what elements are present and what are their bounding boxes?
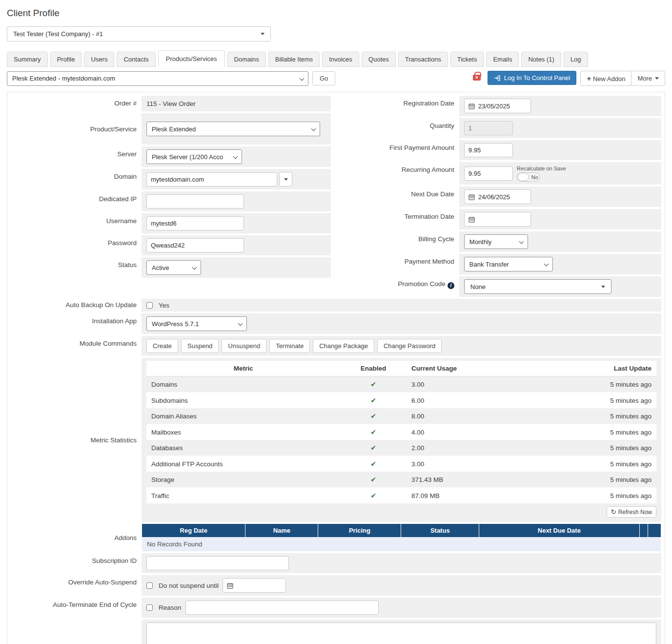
metric-usage: 3.00 xyxy=(407,456,513,472)
auto-terminate-checkbox[interactable] xyxy=(146,604,153,611)
tab-products-services[interactable]: Products/Services xyxy=(158,50,225,67)
addons-label: Addons xyxy=(11,534,142,541)
metric-row: Additional FTP Accounts✔3.005 minutes ag… xyxy=(146,456,656,472)
addons-empty-row: No Records Found xyxy=(142,537,661,551)
chevron-down-icon xyxy=(311,126,316,131)
first-payment-input[interactable] xyxy=(464,143,513,157)
metric-usage: 8.00 xyxy=(407,408,513,424)
metric-row: Databases✔2.005 minutes ago xyxy=(146,440,656,456)
metric-row: Storage✔371.43 MB5 minutes ago xyxy=(146,472,656,488)
installation-app-select[interactable]: WordPress 5.7.1 xyxy=(146,316,247,331)
metric-usage: 371.43 MB xyxy=(407,472,513,488)
metric-row: Subdomains✔6.005 minutes ago xyxy=(146,393,656,409)
promotion-code-label: Promotion Code xyxy=(398,280,446,288)
tab-users[interactable]: Users xyxy=(84,52,114,67)
tab-invoices[interactable]: Invoices xyxy=(322,52,359,67)
check-icon: ✔ xyxy=(370,428,376,436)
module-command-suspend-button[interactable]: Suspend xyxy=(181,339,219,353)
tab-log[interactable]: Log xyxy=(564,52,588,67)
quantity-row: Quantity xyxy=(333,118,661,138)
product-selector[interactable]: Plesk Extended - mytestdomain.com xyxy=(7,71,308,86)
addons-row: Addons Reg DateNamePricingStatusNext Due… xyxy=(11,524,661,551)
addons-column-header-blank xyxy=(648,524,661,537)
tab-transactions[interactable]: Transactions xyxy=(398,52,448,67)
payment-method-row: Payment Method Bank Transfer xyxy=(333,254,661,274)
password-input[interactable] xyxy=(146,238,244,252)
admin-notes-textarea[interactable] xyxy=(146,623,656,644)
tab-contacts[interactable]: Contacts xyxy=(117,52,155,67)
product-service-select[interactable]: Plesk Extended xyxy=(146,122,320,136)
module-command-create-button[interactable]: Create xyxy=(146,339,178,353)
suspend-until-date-input[interactable] xyxy=(223,578,286,593)
status-select[interactable]: Active xyxy=(146,260,201,275)
metric-name: Mailboxes xyxy=(146,424,340,440)
dedicated-ip-label: Dedicated IP xyxy=(11,191,142,211)
override-auto-suspend-checkbox[interactable] xyxy=(146,582,153,589)
subscription-id-input[interactable] xyxy=(146,556,289,570)
metric-last-update: 5 minutes ago xyxy=(513,376,656,393)
calendar-icon xyxy=(468,216,475,223)
chevron-down-icon xyxy=(544,262,549,267)
auto-backup-label: Auto Backup On Update xyxy=(11,299,142,312)
module-command-unsuspend-button[interactable]: Unsuspend xyxy=(222,339,266,353)
check-icon: ✔ xyxy=(370,412,376,420)
module-command-change-password-button[interactable]: Change Password xyxy=(377,339,442,353)
tab-billable-items[interactable]: Billable Items xyxy=(268,52,320,67)
module-command-change-package-button[interactable]: Change Package xyxy=(313,339,374,353)
recurring-amount-input[interactable] xyxy=(464,166,513,181)
login-control-panel-button[interactable]: Log In To Control Panel xyxy=(488,71,577,85)
termination-date-label: Termination Date xyxy=(333,209,459,229)
check-icon: ✔ xyxy=(370,396,376,404)
toggle-knob xyxy=(517,173,529,181)
recalculate-toggle[interactable]: No xyxy=(517,172,540,182)
auto-backup-checkbox[interactable] xyxy=(146,302,153,309)
tab-notes-1[interactable]: Notes (1) xyxy=(521,52,561,67)
recurring-amount-row: Recurring Amount Recalculate on Save No xyxy=(333,162,661,185)
metric-enabled: ✔ xyxy=(340,408,407,424)
domain-input[interactable] xyxy=(146,172,277,187)
module-command-terminate-button[interactable]: Terminate xyxy=(269,339,310,353)
refresh-now-button[interactable]: ↻Refresh Now xyxy=(607,506,656,518)
metric-name: Additional FTP Accounts xyxy=(146,456,340,472)
payment-method-select[interactable]: Bank Transfer xyxy=(464,257,553,271)
product-label: Product/Service xyxy=(11,125,142,133)
first-payment-label: First Payment Amount xyxy=(333,140,459,160)
tab-emails[interactable]: Emails xyxy=(486,52,519,67)
chevron-down-icon xyxy=(601,286,605,288)
password-label: Password xyxy=(11,235,142,255)
addons-column-header-blank xyxy=(640,524,648,537)
metric-statistics-row: Metric Statistics MetricEnabledCurrent U… xyxy=(11,358,661,522)
domain-dropdown-toggle[interactable] xyxy=(279,172,292,187)
domain-row: Domain xyxy=(11,169,331,189)
next-due-date-input[interactable]: 24/06/2025 xyxy=(464,189,531,204)
dedicated-ip-input[interactable] xyxy=(146,194,244,208)
billing-cycle-select[interactable]: Monthly xyxy=(464,234,528,249)
registration-date-input[interactable]: 23/05/2025 xyxy=(464,99,531,113)
client-selector[interactable]: Test Tester (Test Company) - #1 xyxy=(7,26,271,42)
more-button[interactable]: More xyxy=(631,71,665,86)
username-input[interactable] xyxy=(146,216,244,230)
metric-name: Subdomains xyxy=(146,393,340,409)
toggle-state: No xyxy=(531,174,538,181)
tab-tickets[interactable]: Tickets xyxy=(450,52,484,67)
metric-last-update: 5 minutes ago xyxy=(513,440,656,456)
tab-summary[interactable]: Summary xyxy=(7,52,48,67)
new-addon-button[interactable]: + New Addon xyxy=(580,71,631,86)
tab-quotes[interactable]: Quotes xyxy=(362,52,396,67)
tab-bar: SummaryProfileUsersContactsProducts/Serv… xyxy=(7,50,665,67)
termination-date-input[interactable] xyxy=(464,212,531,227)
tab-domains[interactable]: Domains xyxy=(227,52,266,67)
metric-name: Storage xyxy=(146,472,340,488)
go-button[interactable]: Go xyxy=(312,71,335,85)
chevron-down-icon xyxy=(655,77,659,80)
dedicated-ip-row: Dedicated IP xyxy=(11,191,331,211)
addons-column-header: Status xyxy=(401,524,479,537)
metric-enabled: ✔ xyxy=(340,393,407,409)
calendar-icon xyxy=(468,194,475,200)
server-select[interactable]: Plesk Server (1/200 Acco xyxy=(146,149,242,164)
auto-terminate-reason-input[interactable] xyxy=(185,601,379,615)
order-value[interactable]: 115 - View Order xyxy=(146,100,196,107)
promotion-code-select[interactable]: None xyxy=(464,279,611,294)
check-icon: ✔ xyxy=(370,444,376,452)
tab-profile[interactable]: Profile xyxy=(50,52,82,67)
